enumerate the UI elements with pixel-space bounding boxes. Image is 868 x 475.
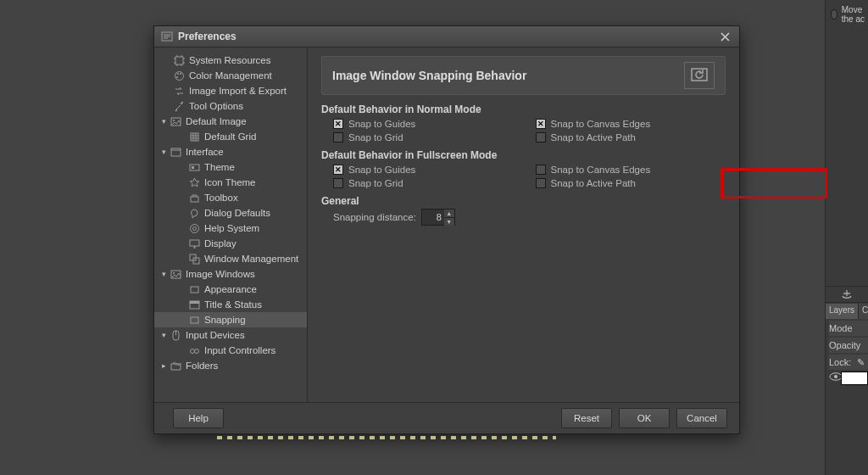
canvas-selection-marching-ants — [217, 436, 556, 439]
stepper-down[interactable]: ▼ — [444, 217, 454, 226]
fullscreen-option[interactable]: ✕Snap to Guides — [333, 163, 524, 176]
svg-rect-24 — [190, 301, 199, 304]
help-button[interactable]: Help — [173, 408, 224, 428]
svg-point-5 — [177, 73, 179, 75]
layers-lock-row: Lock: ✎ ✥ ▦ — [829, 355, 868, 370]
layers-mode-row[interactable]: Mode — [829, 321, 868, 336]
display-icon — [188, 238, 200, 249]
option-label: Snap to Guides — [348, 119, 415, 129]
tree-item-snapping[interactable]: Snapping — [154, 312, 307, 327]
stepper-up[interactable]: ▲ — [444, 210, 454, 217]
snapping-distance-value: 8 — [422, 212, 444, 222]
tree-twisty-icon[interactable]: ▾ — [159, 148, 168, 156]
checkbox-icon — [333, 178, 343, 188]
svg-rect-17 — [190, 240, 199, 246]
checkbox-icon — [333, 132, 343, 142]
tree-item-tool-options[interactable]: Tool Options — [154, 98, 307, 114]
folders-icon — [170, 360, 181, 372]
checkbox-icon — [536, 165, 546, 175]
option-label: Snap to Grid — [348, 178, 403, 188]
svg-rect-14 — [191, 197, 198, 202]
svg-point-21 — [173, 272, 175, 274]
tree-item-interface[interactable]: ▾Interface — [154, 144, 307, 159]
normal-option[interactable]: Snap to Active Path — [536, 131, 726, 144]
svg-rect-12 — [190, 165, 199, 170]
tree-item-theme[interactable]: Theme — [154, 159, 307, 175]
tree-item-label: System Resources — [189, 55, 271, 65]
tree-item-default-image[interactable]: ▾Default Image — [154, 114, 307, 129]
tree-item-help-system[interactable]: Help System — [154, 221, 307, 236]
section-normal-mode: Default Behavior in Normal Mode ✕Snap to… — [321, 103, 726, 144]
chip-icon — [173, 54, 185, 66]
tree-item-system-resources[interactable]: System Resources — [154, 53, 307, 68]
section-title: General — [321, 195, 726, 207]
tree-item-image-windows[interactable]: ▾Image Windows — [154, 266, 307, 282]
preferences-dialog: Preferences System ResourcesColor Manage… — [153, 25, 740, 434]
tree-item-icon-theme[interactable]: Icon Theme — [154, 175, 307, 190]
option-label: Snap to Active Path — [551, 178, 636, 188]
svg-rect-25 — [191, 317, 198, 323]
tree-item-toolbox[interactable]: Toolbox — [154, 190, 307, 205]
tree-twisty-icon[interactable]: ▸ — [159, 361, 168, 370]
close-button[interactable] — [717, 29, 732, 44]
normal-option[interactable]: ✕Snap to Canvas Edges — [536, 117, 726, 131]
tree-item-label: Appearance — [204, 284, 257, 294]
svg-point-6 — [180, 73, 181, 75]
tree-item-input-devices[interactable]: ▾Input Devices — [154, 327, 307, 343]
tree-twisty-icon[interactable]: ▾ — [159, 270, 168, 278]
dialog-footer: Help Reset OK Cancel — [154, 402, 739, 433]
tree-item-image-import-export[interactable]: Image Import & Export — [154, 83, 307, 98]
svg-rect-29 — [692, 69, 707, 81]
image-icon — [170, 115, 181, 127]
tab-layers[interactable]: Layers — [826, 304, 859, 319]
reset-button[interactable]: Reset — [561, 408, 612, 428]
tree-item-label: Input Devices — [186, 330, 245, 340]
tree-item-label: Window Management — [204, 254, 298, 264]
option-label: Snap to Canvas Edges — [551, 119, 651, 129]
reset-panel-button[interactable] — [684, 62, 715, 89]
settings-panel: Image Window Snapping Behavior Default B… — [308, 48, 739, 402]
highlight-annotation — [721, 168, 827, 198]
ok-button[interactable]: OK — [619, 408, 670, 428]
lock-brush-icon[interactable]: ✎ — [857, 357, 865, 368]
normal-option[interactable]: ✕Snap to Guides — [333, 117, 524, 131]
tree-item-label: Icon Theme — [204, 177, 256, 187]
tree-item-label: Image Import & Export — [189, 86, 287, 96]
checkbox-icon: ✕ — [333, 119, 343, 129]
rect-icon — [188, 283, 200, 295]
right-dock: Move the ac Layers Chan Mode Opacity Loc… — [825, 0, 868, 475]
tree-twisty-icon[interactable]: ▾ — [159, 117, 168, 126]
move-radio-row[interactable]: Move the ac — [831, 5, 868, 24]
cancel-button[interactable]: Cancel — [676, 408, 727, 428]
tree-item-color-management[interactable]: Color Management — [154, 68, 307, 83]
palette-icon — [173, 70, 185, 81]
fullscreen-option[interactable]: Snap to Active Path — [536, 176, 726, 190]
svg-point-16 — [192, 226, 196, 230]
svg-point-7 — [176, 76, 178, 78]
tree-item-title-status[interactable]: Title & Status — [154, 297, 307, 312]
tree-item-default-grid[interactable]: Default Grid — [154, 129, 307, 144]
tree-item-input-controllers[interactable]: Input Controllers — [154, 343, 307, 358]
controllers-icon — [188, 344, 200, 356]
layers-opacity-row[interactable]: Opacity — [829, 338, 868, 353]
transfer-icon — [173, 85, 185, 97]
tree-item-window-management[interactable]: Window Management — [154, 251, 307, 266]
category-tree[interactable]: System ResourcesColor ManagementImage Im… — [154, 48, 308, 402]
tree-item-dialog-defaults[interactable]: Dialog Defaults — [154, 205, 307, 221]
tree-item-display[interactable]: Display — [154, 236, 307, 251]
normal-option[interactable]: Snap to Grid — [333, 131, 524, 144]
tree-twisty-icon[interactable]: ▾ — [159, 331, 168, 339]
tree-item-appearance[interactable]: Appearance — [154, 282, 307, 297]
fullscreen-option[interactable]: Snap to Canvas Edges — [536, 163, 726, 176]
dock-anchor-icon[interactable] — [826, 286, 868, 303]
svg-point-4 — [175, 71, 183, 80]
layer-thumbnail[interactable] — [841, 372, 868, 385]
dialog-titlebar[interactable]: Preferences — [154, 26, 739, 48]
tab-channels[interactable]: Chan — [859, 304, 868, 319]
snapping-distance-stepper[interactable]: 8 ▲ ▼ — [421, 209, 455, 226]
svg-rect-11 — [171, 148, 181, 156]
checkbox-icon — [536, 132, 546, 142]
option-label: Snap to Guides — [348, 165, 415, 175]
fullscreen-option[interactable]: Snap to Grid — [333, 176, 524, 190]
tree-item-folders[interactable]: ▸Folders — [154, 358, 307, 373]
